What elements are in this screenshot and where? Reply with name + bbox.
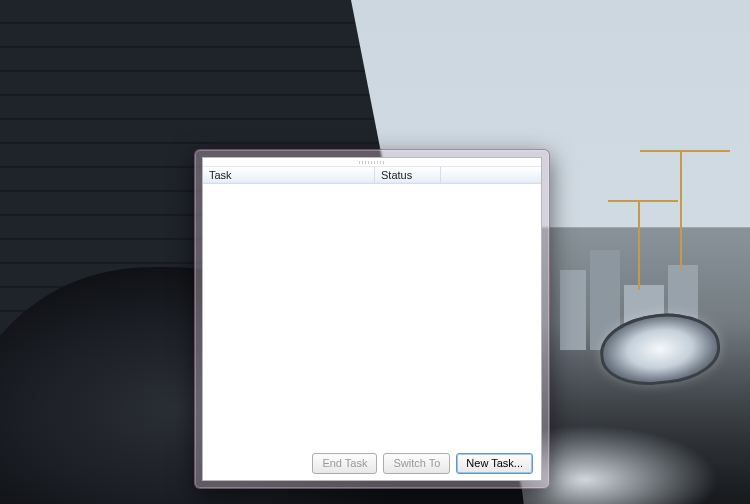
- column-header-spacer: [441, 167, 541, 183]
- column-header-task[interactable]: Task: [203, 167, 375, 183]
- wallpaper-detail: [680, 150, 682, 270]
- window-client-area: Task Status End Task Switch To New Task.…: [202, 157, 542, 481]
- new-task-button[interactable]: New Task...: [456, 453, 533, 474]
- task-list[interactable]: [203, 184, 541, 446]
- end-task-button[interactable]: End Task: [312, 453, 377, 474]
- button-bar: End Task Switch To New Task...: [203, 446, 541, 480]
- task-manager-window[interactable]: Task Status End Task Switch To New Task.…: [194, 149, 550, 489]
- column-header-status[interactable]: Status: [375, 167, 441, 183]
- wallpaper-detail: [638, 200, 640, 290]
- switch-to-button[interactable]: Switch To: [383, 453, 450, 474]
- window-grip[interactable]: [203, 158, 541, 166]
- column-header-row: Task Status: [203, 166, 541, 184]
